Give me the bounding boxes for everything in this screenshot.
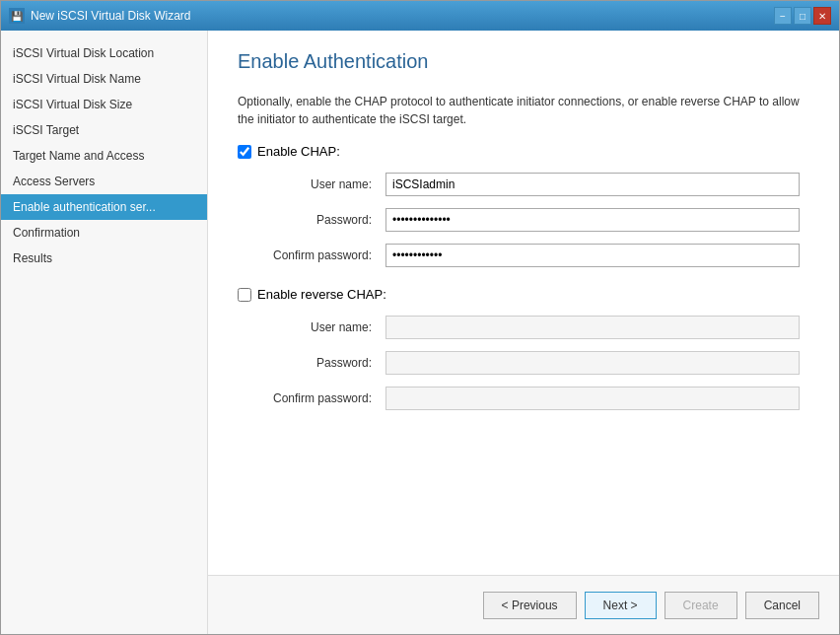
chap-password-row: Password:	[238, 208, 809, 232]
sidebar-item-target-name-and-access[interactable]: Target Name and Access	[1, 143, 207, 169]
main-panel: Enable Authentication Optionally, enable…	[208, 31, 839, 634]
wizard-window: 💾 New iSCSI Virtual Disk Wizard − □ ✕ iS…	[0, 0, 840, 635]
sidebar-item-enable-auth[interactable]: Enable authentication ser...	[1, 194, 207, 220]
sidebar-label: iSCSI Virtual Disk Size	[13, 98, 132, 111]
reverse-chap-password-row: Password:	[238, 351, 809, 375]
sidebar-item-iscsi-virtual-disk-size[interactable]: iSCSI Virtual Disk Size	[1, 92, 207, 117]
footer: < Previous Next > Create Cancel	[208, 575, 839, 634]
sidebar-item-access-servers[interactable]: Access Servers	[1, 169, 207, 194]
reverse-chap-confirm-password-input[interactable]	[385, 387, 800, 410]
chap-username-input[interactable]	[385, 173, 800, 196]
content-area: iSCSI Virtual Disk Location iSCSI Virtua…	[1, 31, 839, 634]
title-left: 💾 New iSCSI Virtual Disk Wizard	[9, 8, 190, 24]
svg-text:💾: 💾	[11, 10, 24, 23]
reverse-chap-section: Enable reverse CHAP: User name: Password…	[238, 287, 809, 410]
chap-confirm-password-input[interactable]	[385, 244, 800, 267]
description-text: Optionally, enable the CHAP protocol to …	[238, 93, 809, 128]
sidebar-label: Enable authentication ser...	[13, 200, 156, 214]
sidebar-label: Access Servers	[13, 175, 95, 188]
sidebar-label: iSCSI Virtual Disk Location	[13, 46, 154, 60]
sidebar-label: Results	[13, 251, 52, 265]
wizard-icon: 💾	[9, 8, 25, 24]
chap-password-input[interactable]	[385, 208, 800, 232]
sidebar-label: Target Name and Access	[13, 149, 144, 163]
next-button[interactable]: Next >	[585, 592, 657, 619]
chap-section: Enable CHAP: User name: Password: Confir…	[238, 144, 809, 267]
sidebar-item-iscsi-virtual-disk-location[interactable]: iSCSI Virtual Disk Location	[1, 40, 207, 66]
main-content: Enable Authentication Optionally, enable…	[208, 31, 839, 575]
enable-reverse-chap-checkbox[interactable]	[238, 288, 251, 302]
reverse-chap-confirm-password-row: Confirm password:	[238, 387, 809, 410]
enable-reverse-chap-label[interactable]: Enable reverse CHAP:	[257, 287, 386, 302]
window-controls: − □ ✕	[774, 7, 831, 25]
enable-chap-label[interactable]: Enable CHAP:	[257, 144, 340, 159]
sidebar-label: Confirmation	[13, 226, 80, 240]
title-bar: 💾 New iSCSI Virtual Disk Wizard − □ ✕	[1, 1, 839, 31]
window-title: New iSCSI Virtual Disk Wizard	[31, 9, 190, 23]
reverse-chap-username-row: User name:	[238, 316, 809, 339]
chap-username-row: User name:	[238, 173, 809, 196]
sidebar-item-results[interactable]: Results	[1, 246, 207, 271]
reverse-chap-password-label: Password:	[238, 356, 385, 370]
sidebar: iSCSI Virtual Disk Location iSCSI Virtua…	[1, 31, 208, 634]
sidebar-label: iSCSI Target	[13, 123, 79, 137]
enable-chap-row: Enable CHAP:	[238, 144, 809, 159]
page-title: Enable Authentication	[238, 50, 809, 73]
previous-button[interactable]: < Previous	[483, 592, 577, 619]
sidebar-item-iscsi-target[interactable]: iSCSI Target	[1, 117, 207, 143]
chap-confirm-password-row: Confirm password:	[238, 244, 809, 267]
chap-password-label: Password:	[238, 213, 385, 227]
sidebar-item-confirmation[interactable]: Confirmation	[1, 220, 207, 246]
minimize-button[interactable]: −	[774, 7, 792, 25]
close-button[interactable]: ✕	[813, 7, 831, 25]
reverse-chap-confirm-password-label: Confirm password:	[238, 391, 385, 405]
reverse-chap-username-input[interactable]	[385, 316, 800, 339]
enable-reverse-chap-row: Enable reverse CHAP:	[238, 287, 809, 302]
maximize-button[interactable]: □	[794, 7, 811, 25]
enable-chap-checkbox[interactable]	[238, 145, 251, 159]
sidebar-item-iscsi-virtual-disk-name[interactable]: iSCSI Virtual Disk Name	[1, 66, 207, 92]
reverse-chap-username-label: User name:	[238, 320, 385, 334]
reverse-chap-password-input[interactable]	[385, 351, 800, 375]
chap-confirm-password-label: Confirm password:	[238, 248, 385, 262]
cancel-button[interactable]: Cancel	[745, 592, 819, 619]
sidebar-label: iSCSI Virtual Disk Name	[13, 72, 141, 86]
chap-username-label: User name:	[238, 177, 385, 191]
create-button[interactable]: Create	[665, 592, 737, 619]
